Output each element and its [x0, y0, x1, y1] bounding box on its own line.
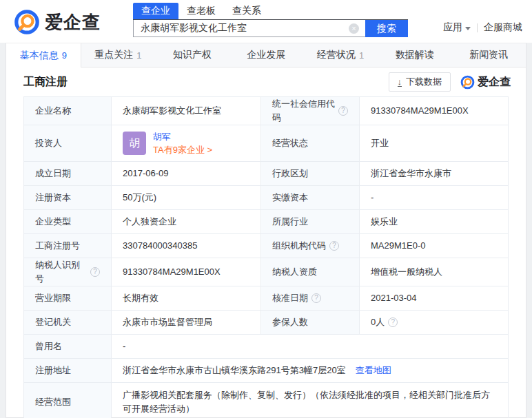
- tab-label: 新闻资讯: [469, 49, 508, 61]
- field-label: 统一社会信用代码?: [261, 97, 360, 125]
- search-tab-company[interactable]: 查企业: [133, 3, 178, 19]
- table-row: 纳税人识别号? 91330784MA29M1E00X 纳税人资质 增值税一般纳税…: [24, 258, 508, 286]
- help-icon[interactable]: ?: [90, 267, 100, 277]
- help-icon[interactable]: ?: [329, 241, 339, 251]
- field-label: 投资人: [24, 125, 112, 161]
- field-label: 注册地址: [24, 359, 112, 382]
- registered-address: 浙江省金华市永康市古山镇华溪东路291号第3幢7层20室: [123, 364, 346, 377]
- tab-count: 1: [359, 50, 364, 61]
- section-header-actions: ↓ 下载数据 爱企查: [389, 72, 511, 92]
- help-icon[interactable]: ?: [388, 317, 398, 327]
- field-value: 0人?: [360, 311, 508, 334]
- main-container: 基本信息 9 重点关注 1 知识产权 企业发展 经营状况 1: [6, 43, 526, 418]
- field-label: 组织机构代码?: [261, 234, 360, 258]
- aiqicha-logo[interactable]: 爱企查: [14, 9, 101, 35]
- section-title: 工商注册: [23, 75, 68, 90]
- field-label: 营业期限: [24, 286, 112, 310]
- field-label: 经营状态: [261, 125, 360, 161]
- download-data-button[interactable]: ↓ 下载数据: [389, 72, 451, 92]
- search-input[interactable]: [133, 20, 365, 37]
- field-value: 91330784MA29M1E00X: [360, 97, 508, 125]
- field-value: 浙江省金华市永康市古山镇华溪东路291号第3幢7层20室 查看地图: [112, 359, 508, 382]
- help-icon[interactable]: ?: [338, 106, 348, 116]
- search-row: × 搜索: [133, 20, 408, 37]
- field-value: 永康胡军影视文化工作室: [112, 97, 261, 125]
- detail-nav-tabs: 基本信息 9 重点关注 1 知识产权 企业发展 经营状况 1: [6, 43, 526, 67]
- field-value: 浙江省金华市永康市: [360, 162, 508, 185]
- field-value: 2017-06-09: [112, 162, 261, 185]
- field-label: 登记机关: [24, 311, 112, 334]
- download-icon: ↓: [398, 78, 402, 87]
- table-row: 工商注册号 330784000340385 组织机构代码? MA29M1E0-0: [24, 233, 508, 258]
- field-value: 2021-03-04: [360, 286, 508, 310]
- table-row: 营业期限 长期有效 核准日期? 2021-03-04: [24, 286, 508, 310]
- field-label: 核准日期?: [261, 286, 360, 310]
- tab-basic-info[interactable]: 基本信息 9: [6, 43, 81, 67]
- field-label: 行政区划: [261, 162, 360, 185]
- clear-search-icon[interactable]: ×: [349, 23, 359, 34]
- table-row: 经营范围 广播影视相关配套服务（除制作、复制、发行）（依法须经批准的项目，经相关…: [24, 382, 508, 418]
- tab-label: 基本信息: [20, 50, 59, 62]
- investor-avatar[interactable]: 胡: [123, 132, 146, 155]
- search-input-wrap: ×: [133, 20, 365, 37]
- field-value: 330784000340385: [112, 234, 261, 258]
- field-label: 注册资本: [24, 186, 112, 209]
- field-value: -: [360, 186, 508, 209]
- table-row: 曾用名 -: [24, 334, 508, 358]
- field-value: 增值税一般纳税人: [360, 258, 508, 286]
- table-row: 投资人 胡 胡军 TA有9家企业 > 经营状态 开业: [24, 125, 508, 161]
- field-label: 企业类型: [24, 210, 112, 233]
- business-registration-table: 企业名称 永康胡军影视文化工作室 统一社会信用代码? 91330784MA29M…: [23, 96, 509, 418]
- tab-intellectual-property[interactable]: 知识产权: [155, 43, 229, 67]
- top-header: 爱企查 查企业 查老板 查关系 × 搜索 应用 企服商城: [0, 0, 532, 43]
- field-value: 长期有效: [112, 286, 261, 310]
- field-value: 91330784MA29M1E00X: [112, 258, 261, 286]
- table-row: 登记机关 永康市市场监督管理局 参保人数 0人?: [24, 310, 508, 334]
- table-row: 企业类型 个人独资企业 所属行业 娱乐业: [24, 209, 508, 233]
- field-label: 纳税人识别号?: [24, 258, 112, 286]
- enterprise-mall-link[interactable]: 企服商城: [484, 21, 522, 34]
- search-button[interactable]: 搜索: [365, 20, 408, 37]
- investor-info: 胡军 TA有9家企业 >: [153, 130, 212, 156]
- investor-name-link[interactable]: 胡军: [153, 130, 212, 143]
- aiqicha-logo-icon: [14, 9, 40, 35]
- field-value: MA29M1E0-0: [360, 234, 508, 258]
- tab-count: 1: [136, 50, 141, 61]
- search-block: 查企业 查老板 查关系 × 搜索: [133, 4, 408, 37]
- tab-key-focus[interactable]: 重点关注 1: [81, 43, 156, 67]
- tab-label: 数据解读: [396, 49, 434, 61]
- field-label: 工商注册号: [24, 234, 112, 258]
- field-label: 经营范围: [24, 383, 112, 418]
- field-value: 娱乐业: [360, 210, 508, 233]
- section-header: 工商注册 ↓ 下载数据 爱企查: [6, 67, 526, 96]
- tab-operating-status[interactable]: 经营状况 1: [303, 43, 378, 67]
- page-body: 基本信息 9 重点关注 1 知识产权 企业发展 经营状况 1: [0, 43, 532, 418]
- search-tab-relation[interactable]: 查关系: [224, 3, 269, 19]
- field-value: -: [112, 335, 508, 358]
- tab-news[interactable]: 新闻资讯: [451, 43, 526, 67]
- field-value: 广播影视相关配套服务（除制作、复制、发行）（依法须经批准的项目，经相关部门批准后…: [112, 383, 508, 418]
- table-row: 企业名称 永康胡军影视文化工作室 统一社会信用代码? 91330784MA29M…: [24, 97, 508, 125]
- aiqicha-page: 爱企查 查企业 查老板 查关系 × 搜索 应用 企服商城: [0, 0, 532, 418]
- field-value: 永康市市场监督管理局: [112, 311, 261, 334]
- view-map-link[interactable]: 查看地图: [356, 364, 391, 377]
- field-label: 实缴资本: [261, 186, 360, 209]
- apps-menu[interactable]: 应用: [443, 21, 471, 34]
- tab-count: 9: [62, 50, 67, 61]
- tab-label: 知识产权: [173, 49, 212, 61]
- field-value: 开业: [360, 125, 508, 161]
- search-tab-boss[interactable]: 查老板: [178, 3, 224, 19]
- field-label: 所属行业: [261, 210, 360, 233]
- aiqicha-watermark: 爱企查: [460, 75, 511, 90]
- table-row: 注册地址 浙江省金华市永康市古山镇华溪东路291号第3幢7层20室 查看地图: [24, 358, 508, 382]
- tab-company-development[interactable]: 企业发展: [229, 43, 304, 67]
- tab-data-interpretation[interactable]: 数据解读: [378, 43, 452, 67]
- investor-cell: 胡 胡军 TA有9家企业 >: [112, 125, 261, 161]
- tab-label: 重点关注: [94, 49, 133, 61]
- investor-companies-link[interactable]: TA有9家企业 >: [153, 143, 212, 156]
- header-right-links: 应用 企服商城: [443, 21, 522, 34]
- logo-text: 爱企查: [45, 10, 101, 34]
- watermark-text: 爱企查: [478, 75, 511, 90]
- search-type-tabs: 查企业 查老板 查关系: [133, 4, 408, 20]
- help-icon[interactable]: ?: [311, 293, 321, 303]
